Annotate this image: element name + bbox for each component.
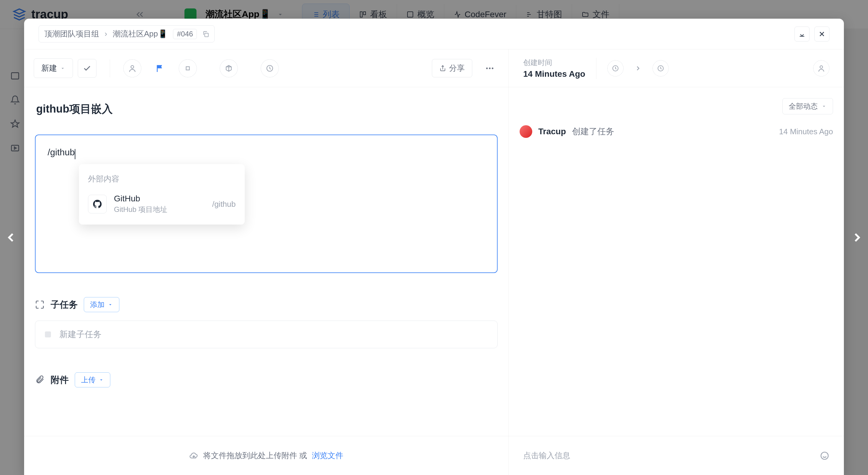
task-title[interactable]: github项目嵌入 (36, 102, 498, 116)
activity-time: 14 Minutes Ago (779, 127, 833, 136)
breadcrumb-bar: 顶潮团队项目组 › 潮流社区App📱 #046 (24, 19, 844, 49)
side-column: 创建时间 14 Minutes Ago 全部动态 (509, 49, 844, 475)
next-issue-arrow[interactable] (850, 230, 864, 245)
comment-input[interactable]: 点击输入信息 (523, 450, 570, 461)
slash-item-github[interactable]: GitHub GitHub 项目地址 /github (79, 190, 245, 218)
activity-item: Tracup 创建了任务 14 Minutes Ago (520, 125, 833, 138)
tag-button[interactable] (179, 59, 197, 77)
start-time-button[interactable] (607, 60, 624, 76)
upload-attachment-button[interactable]: 上传 (75, 372, 110, 387)
add-subtask-button[interactable]: 添加 (84, 297, 119, 312)
slash-command-menu: 外部内容 GitHub GitHub 项目地址 /github (79, 164, 245, 225)
subtasks-section: 子任务 添加 新建子任务 (35, 297, 498, 348)
slash-item-title: GitHub (114, 194, 205, 203)
attachments-title: 附件 (51, 374, 69, 386)
breadcrumb-group: 顶潮团队项目组 (44, 29, 99, 39)
end-time-button[interactable] (652, 60, 669, 76)
share-button[interactable]: 分享 (432, 59, 472, 77)
slash-item-desc: GitHub 项目地址 (114, 205, 205, 214)
priority-flag-icon[interactable] (155, 64, 165, 73)
due-date-button[interactable] (261, 59, 279, 77)
subtasks-title: 子任务 (51, 299, 78, 311)
svg-point-8 (486, 67, 488, 69)
breadcrumb-project: 潮流社区App📱 (113, 29, 167, 39)
new-subtask-input[interactable]: 新建子任务 (35, 320, 498, 348)
avatar (520, 125, 532, 138)
svg-rect-5 (205, 33, 209, 37)
side-header: 创建时间 14 Minutes Ago (509, 49, 844, 87)
prev-issue-arrow[interactable] (4, 230, 18, 245)
copy-link-icon[interactable] (202, 31, 209, 37)
emoji-button[interactable] (820, 451, 830, 461)
comment-footer: 点击输入信息 (509, 436, 844, 475)
svg-point-14 (821, 452, 828, 460)
slash-menu-section-label: 外部内容 (79, 170, 245, 190)
chevron-right-icon (634, 65, 642, 72)
github-icon (88, 195, 107, 213)
created-value: 14 Minutes Ago (523, 69, 585, 79)
close-button[interactable] (814, 27, 830, 41)
svg-point-10 (492, 67, 493, 69)
breadcrumb[interactable]: 顶潮团队项目组 › 潮流社区App📱 #046 (38, 25, 215, 42)
issue-toolbar: 新建 (24, 49, 508, 87)
main-column: 新建 (24, 49, 509, 475)
created-info: 创建时间 14 Minutes Ago (523, 58, 596, 79)
activity-user: Tracup (538, 127, 566, 136)
assignee-button[interactable] (123, 59, 141, 77)
editor-text: /github (48, 147, 75, 157)
module-button[interactable] (220, 59, 238, 77)
drop-text: 将文件拖放到此处上传附件 或 (203, 450, 307, 461)
drop-zone-footer[interactable]: 将文件拖放到此处上传附件 或 浏览文件 (24, 436, 508, 475)
activity-filter-dropdown[interactable]: 全部动态 (782, 98, 833, 114)
minimize-button[interactable] (795, 27, 809, 41)
breadcrumb-separator: › (104, 29, 107, 38)
svg-point-9 (489, 67, 490, 69)
attachment-icon (35, 375, 44, 385)
cloud-upload-icon (189, 451, 198, 460)
description-editor[interactable]: /github 外部内容 GitHub GitHub 项目地址 /github (35, 135, 498, 273)
browse-files-link[interactable]: 浏览文件 (312, 450, 343, 461)
issue-modal: 顶潮团队项目组 › 潮流社区App📱 #046 新建 (24, 19, 844, 475)
status-check-button[interactable] (78, 59, 96, 78)
subtask-icon (35, 300, 44, 309)
issue-id-badge: #046 (173, 29, 197, 39)
main-content: github项目嵌入 /github 外部内容 GitHub GitHub 项目… (24, 87, 508, 436)
activity-panel: 全部动态 Tracup 创建了任务 14 Minutes Ago (509, 87, 844, 436)
checkbox-placeholder-icon (45, 331, 51, 337)
watchers-button[interactable] (813, 60, 830, 76)
new-button[interactable]: 新建 (34, 58, 73, 78)
more-actions-button[interactable] (481, 59, 499, 77)
svg-point-13 (820, 66, 823, 68)
created-label: 创建时间 (523, 58, 585, 67)
svg-point-6 (131, 65, 133, 68)
slash-item-cmd: /github (212, 200, 236, 209)
attachments-section: 附件 上传 (35, 372, 498, 387)
subtask-placeholder: 新建子任务 (59, 329, 101, 340)
activity-action: 创建了任务 (572, 127, 614, 136)
